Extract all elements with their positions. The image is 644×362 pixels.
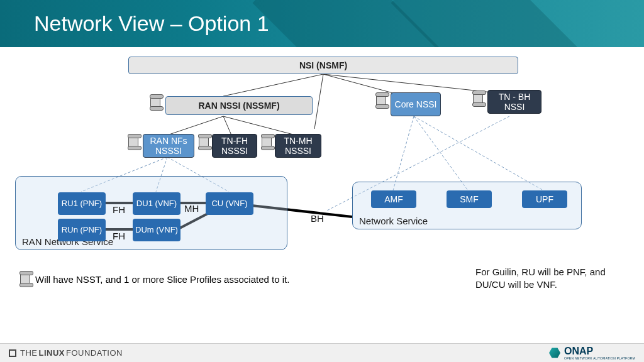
node-tn-mh: TN-MH NSSSI [275,134,321,158]
node-tn-bh-nssi: TN - BH NSSI [487,90,541,114]
node-ran-nfs-label: RAN NFs NSSSI [146,136,191,156]
linux-foundation-logo: THE LINUX FOUNDATION [9,348,123,358]
node-ru1-label: RU1 (PNF) [62,199,102,209]
node-amf-label: AMF [384,194,403,204]
legend: Will have NSST, and 1 or more Slice Prof… [20,272,289,286]
svg-line-5 [223,116,231,135]
profile-icon [199,135,209,149]
node-upf-label: UPF [536,194,553,204]
node-ran-nssi-label: RAN NSSI (NSSMF) [198,101,279,111]
node-du1: DU1 (VNF) [133,192,180,215]
lf-text-foundation: FOUNDATION [66,348,123,358]
svg-line-12 [414,116,543,190]
node-amf: AMF [371,190,416,208]
node-smf: SMF [447,190,492,208]
profile-icon [20,272,30,286]
svg-line-0 [223,74,323,96]
node-tn-bh-label: TN - BH NSSI [491,92,538,112]
node-smf-label: SMF [460,194,479,204]
node-du1-label: DU1 (VNF) [136,199,177,209]
node-tn-mh-label: TN-MH NSSSI [278,136,318,156]
node-nsi-label: NSI (NSMF) [299,60,347,70]
profile-icon [473,92,483,106]
node-tn-fh-label: TN-FH NSSSI [215,136,254,156]
lf-square-icon [9,349,16,357]
node-core-nssi-label: Core NSSI [395,99,437,109]
node-tn-fh: TN-FH NSSSI [212,134,257,158]
group-core-caption: Network Service [359,216,428,226]
svg-line-6 [223,116,296,135]
edge-label-fh2: FH [113,231,125,241]
footer: THE LINUX FOUNDATION ONAP OPEN NETWORK A… [0,343,644,362]
svg-line-11 [414,116,468,190]
node-cu: CU (VNF) [206,192,253,215]
edge-label-bh: BH [311,213,324,224]
profile-icon [376,94,386,107]
svg-line-4 [167,116,223,135]
edge-label-mh: MH [184,203,199,214]
node-dum: DUm (VNF) [133,219,180,241]
profile-icon [150,96,160,109]
node-dum-label: DUm (VNF) [135,226,178,235]
note-guilin: For Guilin, RU will be PNF, and DU/CU wi… [475,266,633,292]
onap-text: ONAP OPEN NETWORK AUTOMATION PLATFORM [564,346,635,360]
profile-icon [128,135,138,149]
onap-logo: ONAP OPEN NETWORK AUTOMATION PLATFORM [549,346,635,360]
node-nsi: NSI (NSMF) [128,57,518,74]
onap-text-main: ONAP [564,346,635,356]
legend-text: Will have NSST, and 1 or more Slice Prof… [35,274,289,285]
node-core-nssi: Core NSSI [391,92,441,116]
node-upf: UPF [522,190,567,208]
node-ru1: RU1 (PNF) [58,192,106,215]
node-ran-nssi: RAN NSSI (NSSMF) [165,96,313,115]
diagram-canvas: NSI (NSMF) RAN NSSI (NSSMF) Core NSSI TN… [0,47,644,362]
node-ran-nfs: RAN NFs NSSSI [143,134,194,158]
lf-text-the: THE [20,348,38,358]
node-cu-label: CU (VNF) [211,199,247,209]
onap-text-sub: OPEN NETWORK AUTOMATION PLATFORM [564,356,635,360]
lf-text-linux: LINUX [39,348,65,358]
slide-title: Network View – Option 1 [34,11,269,36]
node-run-label: RUn (PNF) [62,226,102,235]
profile-icon [262,135,272,149]
onap-hex-icon [549,348,560,359]
svg-line-1 [314,74,323,129]
node-run: RUn (PNF) [58,219,106,241]
svg-line-10 [393,116,414,190]
slide-header: Network View – Option 1 [0,0,644,47]
edge-label-fh1: FH [113,204,125,215]
